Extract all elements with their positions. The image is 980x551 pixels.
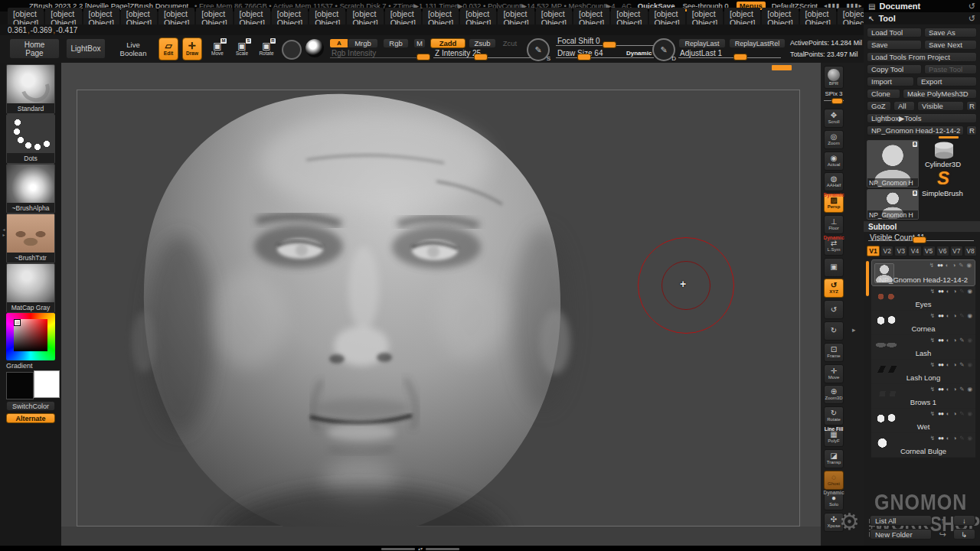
brush-tile[interactable]: Dots [6,114,55,164]
flip-icon[interactable]: ↯ [929,262,934,269]
dynamic-stroke-icon[interactable]: ✎D [652,38,675,61]
goz-button[interactable]: GoZ [867,101,891,111]
home-page-button[interactable]: Home Page [9,38,60,59]
load-tools-from-project-button[interactable]: Load Tools From Project [867,52,977,62]
polypaint-icon[interactable]: ●● [938,435,943,442]
frame-button[interactable]: ⊡ Frame [824,343,844,362]
tool-panel-header[interactable]: ↖ Tool ↺ [864,12,980,24]
visibility-eye-icon[interactable]: ◉ [967,435,972,442]
visibility-eye-icon[interactable]: ◉ [967,312,972,319]
export-button[interactable]: Export [916,77,977,86]
color-picker[interactable] [6,313,55,360]
rotate-button[interactable]: ↻ Rotate [824,406,844,425]
polypaint-icon[interactable]: ●● [938,386,943,393]
simplebrush-label[interactable]: SimpleBrush [922,189,963,197]
color-picker-cursor[interactable] [15,320,20,325]
document-panel-header[interactable]: ▤ Document ↺ [864,0,980,12]
focal-shift-handle[interactable] [603,41,616,48]
lightbox-button[interactable]: LightBox [66,38,106,59]
aahalf-button[interactable]: ◍ AAHalf [824,172,844,191]
visibility-eye-icon[interactable]: ◉ [967,386,972,393]
visible-count-slider[interactable]: Visible Count 11 [868,233,974,244]
z-intensity-handle[interactable] [474,54,488,60]
bottom-tray-divider-handle[interactable]: ▴▾ [381,547,459,550]
brush-tile[interactable]: ~BrushAlpha [6,164,55,214]
new-folder-button[interactable]: New Folder [870,529,932,540]
sculpt-brush-icon[interactable]: ✎ [959,312,964,319]
divider-arrow-icon[interactable]: ▸ [852,326,856,334]
left-tray-divider-handle[interactable]: ◂▸ [1,227,7,247]
scroll-button[interactable]: ✥ Scroll [824,109,844,128]
save-button[interactable]: Save [867,40,922,50]
paste-tool-button[interactable]: Paste Tool [924,64,977,74]
gyro-scale-button[interactable]: ▣ S Scale [232,37,252,60]
ui-half-icon[interactable]: ◐ [946,288,950,295]
lock-button[interactable]: ▣ [824,258,844,277]
polypaint-icon[interactable]: ●● [938,312,943,319]
zoom-button[interactable]: ◎ Zoom [824,130,844,149]
contrast-icon[interactable]: ◑ [953,435,957,442]
bpr-button[interactable]: BPR [824,66,844,89]
flip-icon[interactable]: ↯ [930,410,935,417]
tool-thumb-gnomon-head-large[interactable]: 8 NP_Gnomon H [867,140,919,187]
zcut-button[interactable]: Zcut [499,38,521,48]
sculpt-brush-icon[interactable]: ✎ [959,361,964,368]
actual-button[interactable]: ◉ Actual [824,152,844,171]
zoom3d-button[interactable]: ⊕ Zoom3D [824,385,844,404]
current-material-icon[interactable] [305,39,324,57]
zsub-button[interactable]: Zsub [469,38,496,48]
flip-icon[interactable]: ↯ [930,361,935,368]
sculpt-brush-icon[interactable]: ✎ [959,262,963,269]
live-boolean-button[interactable]: Live Boolean [110,38,156,59]
spix-handle[interactable] [831,98,843,104]
ghost-button[interactable]: ◌ Ghost [824,471,844,490]
document-panel-cycle-icon[interactable]: ↺ [969,2,975,11]
move-out-button[interactable]: ↳ [953,529,975,540]
rgb-button[interactable]: Rgb [383,38,409,48]
focal-shift-slider[interactable]: Focal Shift 0 [556,37,654,49]
mrgb-button[interactable]: Mrgb [348,38,378,48]
subtool-row[interactable]: ↯ ●● ◐ ◑ ✎ ◉ NP_Gnomon Head-12-14-2 [871,259,975,286]
polypaint-icon[interactable]: ●● [938,288,943,295]
subtool-row[interactable]: ↯ ●● ◐ ◑ ✎ ◉ Eyes [871,286,975,311]
ui-half-icon[interactable]: ◐ [946,410,950,417]
subtool-view-tab[interactable]: V7 [950,246,963,256]
tool-panel-cycle-icon[interactable]: ↺ [969,14,975,24]
main-color-swatch[interactable] [6,372,34,399]
contrast-icon[interactable]: ◑ [953,288,957,295]
flip-icon[interactable]: ↯ [930,312,935,319]
cylinder3d-icon[interactable] [931,142,957,158]
clone-button[interactable]: Clone [867,89,900,99]
color-swatch-a[interactable]: A [330,39,348,47]
visibility-eye-icon[interactable]: ◉ [967,410,972,417]
save-next-button[interactable]: Save Next [924,40,977,50]
brush-tile[interactable]: MatCap Gray [6,263,55,313]
save-as-button[interactable]: Save As [924,28,977,37]
polypaint-icon[interactable]: ●● [938,410,943,417]
sculpt-brush-icon[interactable]: ✎ [959,435,964,442]
goz-all-button[interactable]: All [893,101,915,111]
subtool-view-tab[interactable]: V3 [894,246,907,256]
adjust-last-slider[interactable]: AdjustLast 1 [678,49,781,61]
copy-tool-button[interactable]: Copy Tool [867,64,922,74]
draw-button[interactable]: ✛ Draw [182,37,202,60]
subtool-panel-header[interactable]: Subtool [864,221,980,232]
flip-icon[interactable]: ↯ [930,337,935,344]
gyro-rotate-button[interactable]: ▣ R Rotate [256,37,276,60]
list-all-button[interactable]: List All [870,515,932,526]
switch-color-button[interactable]: SwitchColor [6,401,55,411]
visibility-eye-icon[interactable]: ◉ [966,262,972,269]
rotate-z-button[interactable]: ↻ [824,321,844,341]
rgb-intensity-slider[interactable]: Rgb Intensity [330,49,428,61]
ui-half-icon[interactable]: ◐ [946,435,950,442]
spix-slider[interactable]: SPix 3 [824,90,844,109]
ui-half-icon[interactable]: ◐ [946,337,950,344]
xyz-button[interactable]: ↺ XYZ [824,279,844,298]
visibility-eye-icon[interactable]: ◉ [967,288,972,295]
polypaint-icon[interactable]: ●● [938,361,943,368]
goz-r-button[interactable]: R [966,101,977,111]
edit-button[interactable]: ▱ Edit [158,37,178,60]
ui-half-icon[interactable]: ◐ [946,312,950,319]
visibility-eye-icon[interactable]: ◉ [967,361,972,368]
sculpt-brush-icon[interactable]: ✎ [959,410,964,417]
